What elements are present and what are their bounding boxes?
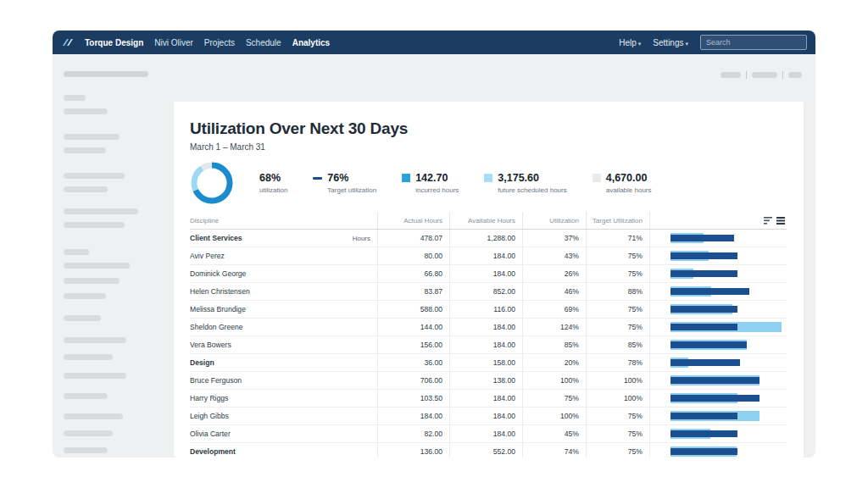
nav-item-nivi-oliver[interactable]: Nivi Oliver xyxy=(154,38,193,47)
cell-utilization: 100% xyxy=(522,372,586,389)
target-bar-dark xyxy=(670,430,737,437)
stat-value: 76% xyxy=(327,173,376,184)
stat-value: 3,175.60 xyxy=(498,173,566,184)
cell-available: 138.00 xyxy=(449,372,522,389)
skeleton-bar xyxy=(64,337,126,343)
table-row[interactable]: Bruce Ferguson706.00138.00100%100% xyxy=(190,372,787,390)
nav-item-projects[interactable]: Projects xyxy=(204,38,235,47)
cell-actual: 83.87 xyxy=(377,283,449,300)
cell-available: 552.00 xyxy=(449,443,522,458)
cell-utilization: 74% xyxy=(522,443,586,458)
table-row[interactable]: Olivia Carter82.00184.0045%75% xyxy=(190,425,787,443)
cell-actual: 144.00 xyxy=(377,319,449,336)
skeleton-pill xyxy=(721,72,741,78)
cell-available: 184.00 xyxy=(449,336,522,353)
sort-icon[interactable] xyxy=(764,217,772,225)
skeleton-bar xyxy=(64,186,108,192)
report-card: Utilization Over Next 30 Days March 1 – … xyxy=(174,102,804,458)
target-bar-dark xyxy=(670,252,737,259)
table-row[interactable]: Harry Riggs103.50184.0075%100% xyxy=(190,390,787,408)
skeleton-bar xyxy=(64,249,89,255)
search-input[interactable] xyxy=(700,35,807,50)
skeleton-bar xyxy=(64,393,108,399)
settings-menu[interactable]: Settings▾ xyxy=(653,38,688,47)
cell-available: 1,288.00 xyxy=(449,230,522,247)
discipline-name: Helen Christensen xyxy=(190,287,250,296)
cell-target: 75% xyxy=(586,301,649,318)
cell-utilization: 100% xyxy=(522,408,586,424)
table-row[interactable]: Melissa Brundige588.00116.0069%75% xyxy=(190,301,787,319)
cell-target: 100% xyxy=(586,390,649,407)
target-bar-dark xyxy=(670,377,760,384)
discipline-name: Melissa Brundige xyxy=(190,305,246,313)
cell-target: 75% xyxy=(586,443,649,458)
table-row[interactable]: Leigh Gibbs184.00184.00100%75% xyxy=(190,408,787,425)
table-row[interactable]: Vera Bowers156.00184.0085%85% xyxy=(190,336,787,354)
cell-target: 75% xyxy=(586,425,649,442)
nav-item-schedule[interactable]: Schedule xyxy=(246,38,281,47)
skeleton-bar xyxy=(64,430,113,436)
discipline-name: Olivia Carter xyxy=(190,430,231,438)
col-discipline[interactable]: Discipline xyxy=(190,212,377,229)
summary-stat-0: 68%utilization xyxy=(259,173,287,194)
app-window: Torque Design Nivi OliverProjectsSchedul… xyxy=(53,30,815,458)
col-target-utilization[interactable]: Target Utilization xyxy=(586,212,649,229)
help-menu[interactable]: Help▾ xyxy=(619,38,641,47)
utilization-bar xyxy=(649,336,787,353)
skeleton-bar xyxy=(64,108,108,114)
cell-target: 75% xyxy=(586,247,649,264)
utilization-bar xyxy=(649,425,787,442)
discipline-name: Bruce Ferguson xyxy=(190,376,242,385)
list-view-icon[interactable] xyxy=(776,217,785,225)
cell-actual: 82.00 xyxy=(377,425,449,442)
table-row[interactable]: Dominick George66.80184.0026%75% xyxy=(190,265,787,283)
utilization-bar xyxy=(649,283,787,300)
table-row[interactable]: Aviv Perez80.00184.0043%75% xyxy=(190,247,787,265)
utilization-bar xyxy=(649,390,787,407)
nav-items: Nivi OliverProjectsScheduleAnalytics xyxy=(154,38,330,47)
skeleton-bar xyxy=(64,263,130,269)
cell-available: 184.00 xyxy=(449,319,522,336)
target-bar-dark xyxy=(670,235,734,241)
skeleton-bar xyxy=(64,447,108,453)
app-logo-icon[interactable] xyxy=(61,37,74,47)
col-available-hours[interactable]: Available Hours xyxy=(449,212,522,229)
cell-utilization: 46% xyxy=(522,283,586,300)
target-bar-dark xyxy=(670,270,737,277)
stat-label: available hours xyxy=(606,186,652,194)
discipline-name: Leigh Gibbs xyxy=(190,412,229,420)
nav-item-analytics[interactable]: Analytics xyxy=(292,38,330,47)
utilization-bar xyxy=(649,443,787,458)
target-bar-dark xyxy=(670,288,749,295)
hours-note: Hours xyxy=(353,235,370,242)
discipline-name: Design xyxy=(190,358,214,367)
table-row[interactable]: Development136.00552.0074%75% xyxy=(190,443,787,458)
stat-label: incurred hours xyxy=(415,186,459,194)
account-name[interactable]: Torque Design xyxy=(85,38,143,47)
cell-actual: 184.00 xyxy=(377,408,449,424)
target-bar-dark xyxy=(670,448,737,455)
target-bar-dark xyxy=(670,359,740,366)
skeleton-bar xyxy=(64,222,125,228)
cell-actual: 706.00 xyxy=(377,372,449,389)
utilization-bar xyxy=(649,354,787,371)
cell-target: 88% xyxy=(586,283,649,300)
utilization-donut-chart xyxy=(190,161,234,205)
utilization-bar xyxy=(649,230,787,247)
cell-target: 78% xyxy=(586,354,649,371)
table-row[interactable]: Sheldon Greene144.00184.00124%75% xyxy=(190,319,787,336)
table-row[interactable]: Design36.00158.0020%78% xyxy=(190,354,787,372)
table-row[interactable]: Helen Christensen83.87852.0046%88% xyxy=(190,283,787,301)
cell-available: 184.00 xyxy=(449,425,522,442)
cell-utilization: 75% xyxy=(522,390,586,407)
discipline-name: Vera Bowers xyxy=(190,341,231,349)
col-utilization[interactable]: Utilization xyxy=(522,212,586,229)
cell-actual: 156.00 xyxy=(377,336,449,353)
cell-actual: 136.00 xyxy=(377,443,449,458)
table-body: Client ServicesHours478.071,288.0037%71%… xyxy=(190,230,787,458)
date-range: March 1 – March 31 xyxy=(190,142,787,152)
skeleton-bar xyxy=(64,173,125,179)
chevron-down-icon: ▾ xyxy=(685,41,688,47)
table-row[interactable]: Client ServicesHours478.071,288.0037%71% xyxy=(190,230,787,247)
col-actual-hours[interactable]: Actual Hours xyxy=(377,212,449,229)
